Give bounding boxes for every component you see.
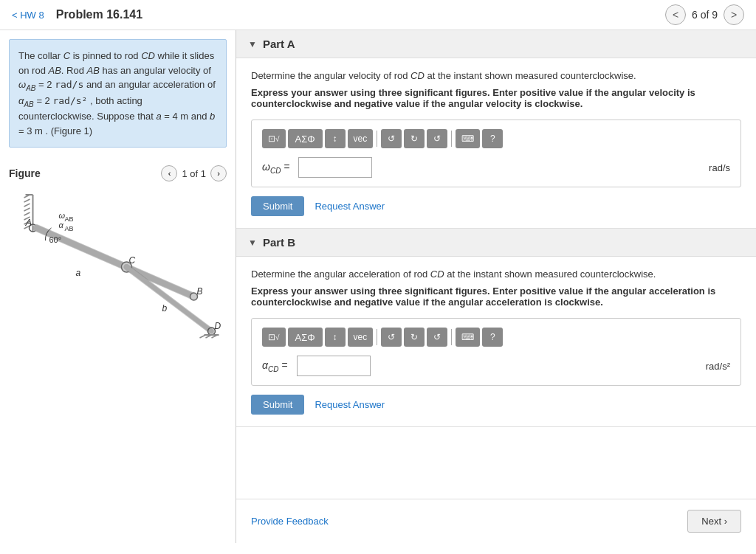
fig-prev-btn[interactable]: ‹ xyxy=(161,165,177,181)
provide-feedback-link[interactable]: Provide Feedback xyxy=(251,516,329,527)
figure-title: Figure xyxy=(9,167,41,179)
figure-indicator: 1 of 1 xyxy=(182,168,206,179)
part-a-answer-box: ⊡√ ΑΣΦ ↕ vec ↺ ↻ ↺ ⌨ ? xyxy=(251,120,741,187)
part-b-input[interactable] xyxy=(297,356,371,376)
part-b-description: Determine the angular acceleration of ro… xyxy=(251,269,741,280)
svg-line-4 xyxy=(24,204,30,207)
footer-bar: Provide Feedback Next › xyxy=(236,499,756,543)
svg-text:b: b xyxy=(162,303,168,314)
part-a-submit[interactable]: Submit xyxy=(251,196,304,216)
svg-text:α: α xyxy=(59,221,64,229)
part-b-tb-redo[interactable]: ↻ xyxy=(404,328,425,347)
figure-nav: ‹ 1 of 1 › xyxy=(161,165,227,181)
right-content: ▼ Part A Determine the angular velocity … xyxy=(236,30,756,543)
part-b-tb-undo[interactable]: ↺ xyxy=(381,328,402,347)
right-panel: ▼ Part A Determine the angular velocity … xyxy=(236,30,756,543)
part-b-tb-help[interactable]: ? xyxy=(482,328,503,347)
part-a-tb-undo[interactable]: ↺ xyxy=(381,129,402,148)
part-b-separator2 xyxy=(451,329,452,345)
svg-line-6 xyxy=(24,212,30,215)
part-a-header[interactable]: ▼ Part A xyxy=(236,30,756,58)
part-a-tb-matrix[interactable]: ⊡√ xyxy=(262,129,286,148)
part-a-tb-help[interactable]: ? xyxy=(482,129,503,148)
part-b-request[interactable]: Request Answer xyxy=(315,399,385,410)
page-indicator: 6 of 9 xyxy=(692,9,718,21)
figure-section: Figure ‹ 1 of 1 › xyxy=(0,156,236,543)
svg-text:B: B xyxy=(197,286,203,297)
part-b-tb-symbols[interactable]: ΑΣΦ xyxy=(288,328,323,347)
part-b-answer-box: ⊡√ ΑΣΦ ↕ vec ↺ ↻ ↺ ⌨ ? xyxy=(251,318,741,386)
parts-area: ▼ Part A Determine the angular velocity … xyxy=(236,30,756,499)
part-b-input-row: αCD = rad/s² xyxy=(262,356,730,376)
part-b-unit: rad/s² xyxy=(706,361,730,372)
svg-text:60°: 60° xyxy=(49,235,62,244)
part-a-unit: rad/s xyxy=(709,162,730,173)
part-a-tb-keyboard[interactable]: ⌨ xyxy=(456,129,480,148)
nav-controls: < 6 of 9 > xyxy=(665,4,744,25)
part-a-input-row: ωCD = rad/s xyxy=(262,157,730,178)
problem-title: Problem 16.141 xyxy=(56,8,665,21)
part-a-label: Part A xyxy=(263,38,295,50)
part-b-arrow: ▼ xyxy=(248,238,257,248)
next-button[interactable]: > xyxy=(724,4,744,25)
part-a-tb-refresh[interactable]: ↺ xyxy=(427,129,447,148)
svg-line-23 xyxy=(200,335,206,338)
part-b-section: ▼ Part B Determine the angular accelerat… xyxy=(236,229,756,427)
part-b-submit[interactable]: Submit xyxy=(251,395,304,415)
part-b-header[interactable]: ▼ Part B xyxy=(236,229,756,257)
part-b-toolbar: ⊡√ ΑΣΦ ↕ vec ↺ ↻ ↺ ⌨ ? xyxy=(262,328,730,347)
part-a-body: Determine the angular velocity of rod CD… xyxy=(236,58,756,228)
part-b-instruction: Express your answer using three signific… xyxy=(251,285,741,308)
fig-next-btn[interactable]: › xyxy=(210,165,227,181)
part-a-arrow: ▼ xyxy=(248,39,257,49)
part-b-tb-matrix[interactable]: ⊡√ xyxy=(262,328,286,347)
top-bar: < HW 8 Problem 16.141 < 6 of 9 > xyxy=(0,0,756,30)
part-a-tb-arrows[interactable]: ↕ xyxy=(325,129,346,148)
svg-line-5 xyxy=(24,208,30,211)
figure-header: Figure ‹ 1 of 1 › xyxy=(9,165,227,181)
prev-button[interactable]: < xyxy=(665,4,686,25)
part-a-input[interactable] xyxy=(298,157,372,178)
problem-description: The collar C is pinned to rod CD while i… xyxy=(9,39,227,148)
part-b-tb-keyboard[interactable]: ⌨ xyxy=(456,328,480,347)
part-a-separator1 xyxy=(377,131,377,147)
part-a-toolbar: ⊡√ ΑΣΦ ↕ vec ↺ ↻ ↺ ⌨ ? xyxy=(262,129,730,148)
footer-next-button[interactable]: Next › xyxy=(687,510,741,533)
svg-text:AB: AB xyxy=(65,215,74,223)
part-a-request[interactable]: Request Answer xyxy=(315,201,385,212)
svg-text:AB: AB xyxy=(65,225,74,232)
part-a-tb-symbols[interactable]: ΑΣΦ xyxy=(288,129,323,148)
part-a-tb-vec[interactable]: vec xyxy=(348,129,374,148)
part-b-label: Part B xyxy=(263,236,295,249)
left-panel: The collar C is pinned to rod CD while i… xyxy=(0,30,236,543)
svg-line-3 xyxy=(24,199,30,202)
part-b-body: Determine the angular acceleration of ro… xyxy=(236,257,756,426)
part-a-variable: ωCD = xyxy=(262,161,289,175)
svg-line-19 xyxy=(127,267,212,331)
part-b-tb-arrows[interactable]: ↕ xyxy=(325,328,346,347)
part-a-instruction: Express your answer using three signific… xyxy=(251,87,741,109)
part-a-section: ▼ Part A Determine the angular velocity … xyxy=(236,30,756,229)
part-a-separator2 xyxy=(451,131,452,147)
part-b-separator1 xyxy=(377,329,377,345)
part-b-tb-vec[interactable]: vec xyxy=(348,328,374,347)
svg-text:A: A xyxy=(25,217,32,228)
part-b-actions: Submit Request Answer xyxy=(251,395,741,415)
main-layout: The collar C is pinned to rod CD while i… xyxy=(0,30,756,543)
part-a-description: Determine the angular velocity of rod CD… xyxy=(251,70,741,81)
part-b-tb-refresh[interactable]: ↺ xyxy=(427,328,447,347)
back-link[interactable]: < HW 8 xyxy=(12,10,44,21)
svg-text:a: a xyxy=(76,268,81,278)
svg-text:C: C xyxy=(129,255,136,266)
figure-svg: A C B D xyxy=(9,187,227,350)
part-a-actions: Submit Request Answer xyxy=(251,196,741,216)
part-b-variable: αCD = xyxy=(262,359,288,373)
part-a-tb-redo[interactable]: ↻ xyxy=(404,129,425,148)
